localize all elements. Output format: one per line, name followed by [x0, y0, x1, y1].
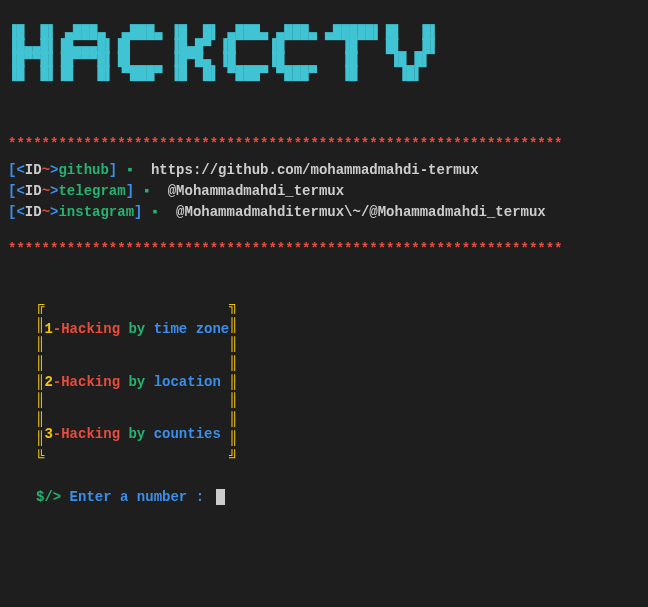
menu-item-3[interactable]: 3-Hacking by counties	[44, 417, 229, 452]
prompt-text: Enter a number :	[61, 489, 212, 505]
info-telegram: [<ID~>telegram] ▪ @Mohammadmahdi_termux	[8, 181, 640, 202]
prompt-symbol: $/>	[36, 489, 61, 505]
ascii-banner: ▐█ █▌ ▄███▄ ▄███▄ ▐█ █▌ ▄███▄ ▄███▄ ▄███…	[8, 8, 640, 98]
info-instagram: [<ID~>instagram] ▪ @Mohammadmahditermux\…	[8, 202, 640, 223]
menu-border-left: ╔ ║ ║ ║ ║ ║ ║ ║ ╚	[36, 297, 44, 467]
menu-item-2[interactable]: 2-Hacking by location	[44, 365, 229, 400]
prompt[interactable]: $/> Enter a number :	[36, 489, 640, 505]
github-link: https://github.com/mohammadmahdi-termux	[151, 162, 479, 178]
cursor-icon	[216, 489, 225, 505]
info-github: [<ID~>github] ▪ https://github.com/moham…	[8, 160, 640, 181]
menu-item-1[interactable]: 1-Hacking by time zone	[44, 312, 229, 347]
menu-box: ╔ ║ ║ ║ ║ ║ ║ ║ ╚ 1-Hacking by time zone…	[36, 297, 640, 467]
separator-bottom: ****************************************…	[8, 241, 640, 257]
telegram-link: @Mohammadmahdi_termux	[168, 183, 344, 199]
info-block: [<ID~>github] ▪ https://github.com/moham…	[8, 160, 640, 223]
separator-top: ****************************************…	[8, 136, 640, 152]
instagram-link: @Mohammadmahditermux\~/@Mohammadmahdi_te…	[176, 204, 546, 220]
menu-border-right: ╗ ║ ║ ║ ║ ║ ║ ║ ╝	[229, 297, 237, 467]
